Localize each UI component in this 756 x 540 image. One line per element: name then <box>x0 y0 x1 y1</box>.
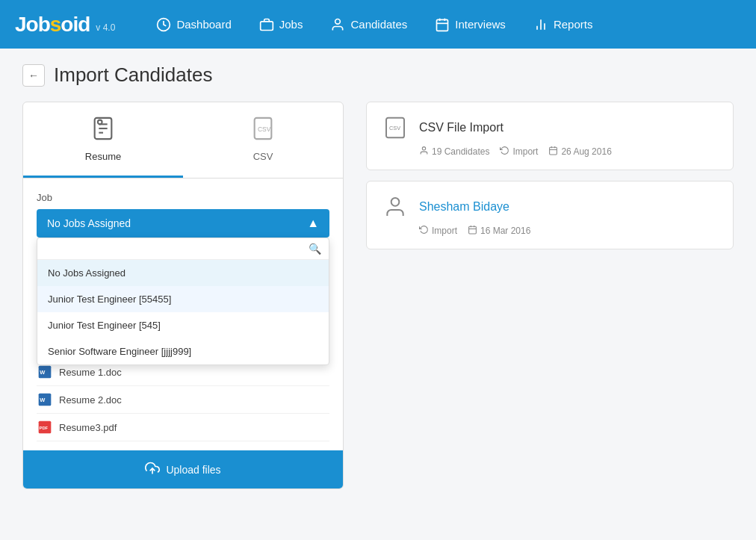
shesham-meta-import: Import <box>419 225 457 237</box>
candidates-icon <box>329 16 346 33</box>
dropdown-selected-text: No Jobs Assigned <box>47 217 131 229</box>
date-meta-icon <box>548 146 558 158</box>
csv-record-title: CSV File Import <box>419 121 504 134</box>
svg-rect-27 <box>550 147 557 155</box>
back-icon: ← <box>28 69 39 81</box>
file-name: Resume 2.doc <box>59 394 122 406</box>
shesham-date-icon <box>468 225 477 237</box>
file-list: W Resume 1.doc W Resume 2.doc PDF Resume… <box>23 359 343 441</box>
svg-text:W: W <box>40 397 46 403</box>
upload-button[interactable]: Upload files <box>23 450 343 488</box>
svg-point-31 <box>391 198 400 206</box>
svg-point-14 <box>98 120 102 125</box>
csv-tab-icon: CSV <box>250 116 276 146</box>
dropdown-search-input[interactable] <box>45 243 304 255</box>
left-panel: Resume CSV CSV Job No Jo <box>22 102 344 489</box>
page-title-row: ← Import Candidates <box>22 63 734 87</box>
svg-rect-3 <box>437 19 448 31</box>
nav-reports[interactable]: Reports <box>522 12 604 37</box>
tab-csv[interactable]: CSV CSV <box>183 102 343 178</box>
upload-button-label: Upload files <box>166 464 220 476</box>
import-record-header: CSV CSV File Import <box>382 114 718 141</box>
jobs-icon <box>258 16 275 33</box>
main-nav: Dashboard Jobs Candidates Interviews Rep… <box>145 12 603 37</box>
csv-meta-candidates: 19 Candidates <box>419 146 489 158</box>
svg-text:PDF: PDF <box>40 426 49 430</box>
dashboard-icon <box>155 16 172 33</box>
logo: Jobsoid v 4.0 <box>15 13 115 37</box>
svg-point-2 <box>335 19 341 24</box>
nav-interviews[interactable]: Interviews <box>424 12 516 37</box>
import-meta-icon <box>500 146 509 158</box>
interviews-icon <box>434 16 450 33</box>
shesham-record-header: Shesham Bidaye <box>382 193 718 220</box>
logo-version: v 4.0 <box>96 22 115 33</box>
svg-text:CSV: CSV <box>389 125 400 131</box>
csv-meta-date: 26 Aug 2016 <box>548 146 611 158</box>
pdf-icon: PDF <box>37 419 53 435</box>
shesham-record-meta: Import 16 Mar 2016 <box>419 225 718 237</box>
dropdown-search-row: 🔍 <box>37 238 329 260</box>
list-item: W Resume 2.doc <box>37 386 329 414</box>
file-name: Resume3.pdf <box>59 422 117 433</box>
tab-resume[interactable]: Resume <box>23 102 183 178</box>
header: Jobsoid v 4.0 Dashboard Jobs Candidates <box>0 0 756 49</box>
svg-rect-32 <box>469 226 477 234</box>
shesham-meta-date: 16 Mar 2016 <box>468 225 530 237</box>
nav-dashboard[interactable]: Dashboard <box>145 12 241 37</box>
dropdown-search-icon: 🔍 <box>309 243 321 255</box>
svg-text:CSV: CSV <box>258 125 271 133</box>
nav-jobs[interactable]: Jobs <box>248 12 314 37</box>
page-content: ← Import Candidates <box>0 49 756 540</box>
svg-point-26 <box>422 147 425 150</box>
job-section: Job No Jobs Assigned ▲ 🔍 No Jobs Assigne… <box>23 179 343 251</box>
job-label: Job <box>37 192 329 203</box>
resume-tab-icon <box>90 116 116 146</box>
import-record-shesham: Shesham Bidaye Import 16 Mar 2016 <box>366 181 734 249</box>
logo-text: Jobsoid <box>15 13 90 37</box>
main-layout: Resume CSV CSV Job No Jo <box>22 102 734 489</box>
svg-text:W: W <box>40 369 46 376</box>
file-name: Resume 1.doc <box>59 367 122 378</box>
dropdown-option-jte-545[interactable]: Junior Test Engineer [545] <box>37 312 329 338</box>
csv-record-icon: CSV <box>382 114 409 141</box>
candidates-meta-icon <box>419 146 429 158</box>
csv-tab-label: CSV <box>253 151 273 162</box>
word-icon: W <box>37 364 53 380</box>
back-button[interactable]: ← <box>22 64 45 87</box>
tabs-row: Resume CSV CSV <box>23 102 343 179</box>
right-panel: CSV CSV File Import 19 Candidates <box>366 102 734 489</box>
shesham-import-icon <box>419 225 429 237</box>
csv-record-meta: 19 Candidates Import 26 Aug 2016 <box>419 146 718 158</box>
dropdown-selected[interactable]: No Jobs Assigned ▲ <box>37 209 329 238</box>
import-record-csv: CSV CSV File Import 19 Candidates <box>366 102 734 170</box>
page-title: Import Candidates <box>54 63 212 87</box>
shesham-record-icon <box>382 193 409 220</box>
word-icon: W <box>37 391 53 408</box>
svg-rect-1 <box>260 21 273 30</box>
nav-candidates[interactable]: Candidates <box>319 12 418 37</box>
dropdown-option-no-jobs[interactable]: No Jobs Assigned <box>37 260 329 286</box>
dropdown-open: 🔍 No Jobs Assigned Junior Test Engineer … <box>37 238 329 365</box>
shesham-record-title[interactable]: Shesham Bidaye <box>419 200 509 214</box>
csv-meta-import: Import <box>500 146 538 158</box>
dropdown-container: No Jobs Assigned ▲ 🔍 No Jobs Assigned Ju… <box>37 209 329 238</box>
dropdown-option-jte-55455[interactable]: Junior Test Engineer [55455] <box>37 286 329 312</box>
dropdown-option-sse-jjj999[interactable]: Senior Software Engineer [jjjj999] <box>37 338 329 364</box>
list-item: PDF Resume3.pdf <box>37 414 329 441</box>
dropdown-arrow-icon: ▲ <box>307 217 319 230</box>
upload-cloud-icon <box>145 461 160 478</box>
reports-icon <box>533 16 549 33</box>
resume-tab-label: Resume <box>85 151 121 162</box>
